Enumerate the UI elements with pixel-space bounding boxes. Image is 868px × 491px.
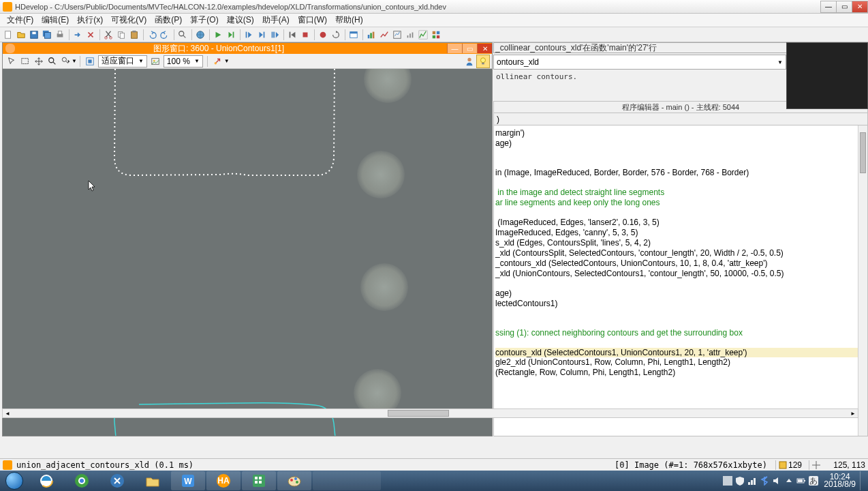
run-icon[interactable] bbox=[212, 29, 224, 41]
paste-icon[interactable] bbox=[128, 29, 140, 41]
tray-battery-icon[interactable] bbox=[796, 476, 806, 486]
chart4-icon[interactable] bbox=[404, 29, 416, 41]
task-wps[interactable]: W bbox=[171, 471, 205, 490]
reset-icon[interactable] bbox=[330, 29, 342, 41]
menu-file[interactable]: 文件(F) bbox=[3, 14, 37, 26]
window-icon[interactable] bbox=[347, 29, 360, 41]
graphics-titlebar[interactable]: 图形窗口: 3600 - UnionContours1[1] — ▭ ✕ bbox=[3, 43, 492, 54]
task-explorer[interactable] bbox=[136, 471, 170, 490]
status-gray-value: 129 bbox=[787, 460, 806, 470]
task-ie[interactable] bbox=[29, 471, 63, 490]
dropdown-arrow-icon[interactable]: ▼ bbox=[72, 58, 77, 64]
export-icon[interactable] bbox=[72, 29, 84, 41]
task-paint[interactable] bbox=[277, 471, 311, 490]
task-chrome[interactable] bbox=[65, 471, 99, 490]
fit-mode-combo[interactable]: 适应窗口▼ bbox=[98, 55, 147, 68]
profile-icon[interactable] bbox=[430, 29, 442, 41]
print-icon[interactable] bbox=[54, 29, 66, 41]
stop-icon[interactable] bbox=[299, 29, 311, 41]
gfx-maximize-button[interactable]: ▭ bbox=[462, 44, 477, 53]
graphics-canvas[interactable] bbox=[3, 69, 492, 436]
menu-edit[interactable]: 编辑(E) bbox=[37, 14, 73, 26]
cut-icon[interactable] bbox=[102, 29, 114, 41]
step-over-icon[interactable] bbox=[255, 29, 268, 41]
chart1-icon[interactable] bbox=[365, 29, 377, 41]
fit-window-icon[interactable] bbox=[83, 55, 97, 68]
bulb-icon[interactable] bbox=[476, 55, 490, 68]
pointer-icon[interactable] bbox=[5, 55, 18, 68]
breakpoint-icon[interactable] bbox=[317, 29, 329, 41]
copy-icon[interactable] bbox=[115, 29, 127, 41]
maximize-button[interactable]: ▭ bbox=[836, 1, 852, 13]
task-excel[interactable] bbox=[242, 471, 276, 490]
tray-flag-icon[interactable] bbox=[723, 476, 732, 486]
open-icon[interactable] bbox=[15, 29, 27, 41]
tray-ime-icon[interactable]: あ bbox=[809, 476, 818, 486]
close-icon[interactable] bbox=[84, 29, 97, 41]
step-out-icon[interactable] bbox=[268, 29, 281, 41]
tray-bluetooth-icon[interactable] bbox=[760, 476, 769, 486]
zoom-drop-icon[interactable] bbox=[59, 55, 73, 68]
dropdown-arrow-icon[interactable]: ▼ bbox=[224, 58, 230, 64]
taskbar-clock[interactable]: 10:24 2018/8/9 bbox=[824, 473, 856, 488]
tray-up-icon[interactable] bbox=[784, 476, 794, 486]
tray-network-icon[interactable] bbox=[747, 476, 757, 486]
editor-tabs[interactable]: ) bbox=[493, 113, 868, 125]
zoom-icon[interactable] bbox=[46, 55, 59, 68]
variable-preview[interactable] bbox=[786, 42, 868, 109]
globe-icon[interactable] bbox=[194, 29, 206, 41]
new-icon[interactable] bbox=[2, 29, 14, 41]
menu-asst[interactable]: 助手(A) bbox=[258, 14, 294, 26]
graphics-title: 图形窗口: 3600 - UnionContours1[1] bbox=[18, 43, 447, 55]
start-button[interactable] bbox=[0, 471, 29, 491]
menu-exec[interactable]: 执行(x) bbox=[73, 14, 107, 26]
svg-rect-6 bbox=[58, 31, 61, 33]
tray-volume-icon[interactable] bbox=[772, 476, 781, 486]
chart3-icon[interactable] bbox=[391, 29, 403, 41]
menu-sugg[interactable]: 建议(S) bbox=[223, 14, 258, 26]
chart5-icon[interactable] bbox=[417, 29, 429, 41]
menu-help[interactable]: 帮助(H) bbox=[331, 14, 367, 26]
menu-op[interactable]: 算子(O) bbox=[186, 14, 222, 26]
image-scale-icon[interactable] bbox=[149, 55, 162, 68]
svg-rect-11 bbox=[131, 31, 138, 38]
menu-func[interactable]: 函数(P) bbox=[151, 14, 186, 26]
menu-vis[interactable]: 可视化(V) bbox=[107, 14, 151, 26]
gfx-minimize-button[interactable]: — bbox=[447, 44, 462, 53]
vertical-scrollbar[interactable] bbox=[858, 125, 867, 436]
find-icon[interactable] bbox=[176, 29, 189, 41]
chart2-icon[interactable] bbox=[378, 29, 390, 41]
saveall-icon[interactable] bbox=[41, 29, 53, 41]
select-rect-icon[interactable] bbox=[18, 55, 32, 68]
close-button[interactable]: ✕ bbox=[852, 1, 868, 13]
svg-rect-73 bbox=[804, 480, 805, 481]
menu-win[interactable]: 窗口(W) bbox=[294, 14, 331, 26]
save-icon[interactable] bbox=[28, 29, 40, 41]
show-desktop-button[interactable] bbox=[860, 471, 865, 490]
redo-icon[interactable] bbox=[159, 29, 171, 41]
task-blank[interactable] bbox=[313, 471, 381, 490]
scroll-right-icon[interactable]: ► bbox=[848, 409, 858, 417]
zoom-combo[interactable]: 100 %▼ bbox=[164, 55, 203, 68]
svg-rect-17 bbox=[264, 31, 265, 38]
scroll-left-icon[interactable]: ◄ bbox=[3, 409, 12, 417]
person-icon[interactable] bbox=[463, 55, 476, 68]
horizontal-scrollbar[interactable]: ◄ ► bbox=[2, 408, 858, 418]
operator-combo[interactable]: ontours_xld▼ bbox=[493, 55, 786, 70]
task-hdevelop[interactable]: HA bbox=[206, 471, 241, 490]
task-app1[interactable] bbox=[100, 471, 134, 490]
step-icon[interactable] bbox=[225, 29, 237, 41]
step-into-icon[interactable] bbox=[243, 29, 255, 41]
system-tray[interactable]: あ 10:24 2018/8/9 bbox=[722, 471, 868, 490]
svg-point-38 bbox=[49, 57, 54, 62]
move-icon[interactable] bbox=[32, 55, 46, 68]
taskbar: W HA あ 10:24 2018/8/9 bbox=[0, 471, 868, 491]
gfx-close-button[interactable]: ✕ bbox=[477, 44, 492, 53]
skip-back-icon[interactable] bbox=[286, 29, 298, 41]
minimize-button[interactable]: — bbox=[820, 1, 837, 13]
clear-icon[interactable] bbox=[211, 55, 224, 68]
undo-icon[interactable] bbox=[146, 29, 158, 41]
code-editor[interactable]: margin') age) in (Image, ImageReduced, B… bbox=[493, 125, 868, 436]
svg-rect-68 bbox=[723, 476, 732, 486]
tray-shield-icon[interactable] bbox=[735, 476, 745, 486]
